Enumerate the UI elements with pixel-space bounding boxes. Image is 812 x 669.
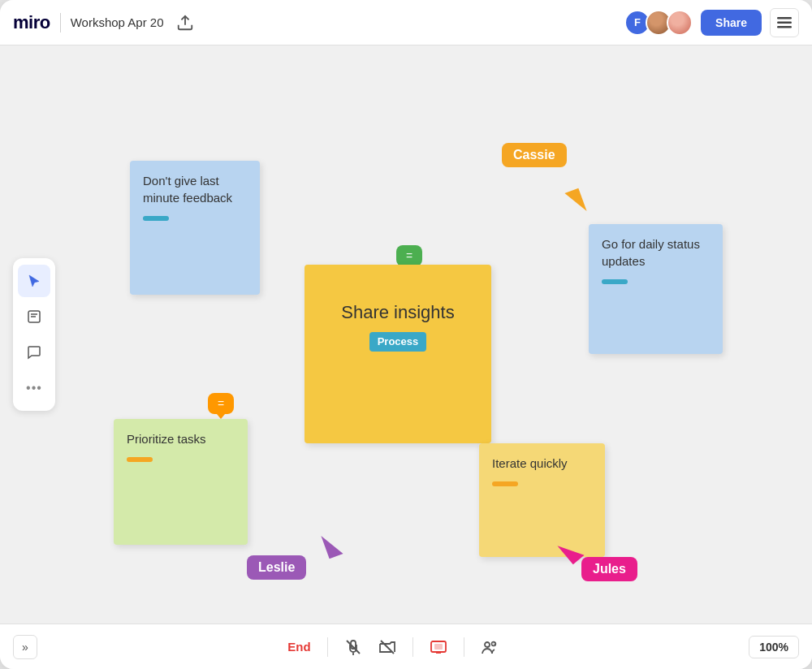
- bottom-toolbar: » End: [0, 624, 812, 669]
- bottom-left: »: [13, 635, 37, 659]
- camera-off-button[interactable]: [378, 638, 396, 656]
- cassie-cursor: [564, 188, 586, 216]
- comment-icon-2: =: [218, 397, 224, 410]
- upload-button[interactable]: [173, 11, 197, 35]
- sticky-color-bar-4: [492, 481, 518, 486]
- divider-2: [412, 637, 413, 657]
- cursor-tool-button[interactable]: [18, 265, 50, 297]
- svg-rect-14: [434, 644, 443, 650]
- logo: miro: [13, 12, 50, 33]
- comment-bubble-2[interactable]: =: [208, 393, 234, 414]
- header-divider: [60, 13, 61, 32]
- comment-icon-1: =: [406, 249, 412, 262]
- leslie-cursor: [321, 531, 343, 559]
- sticky-note-3[interactable]: Prioritize tasks: [114, 419, 248, 545]
- svg-text:3: 3: [493, 641, 496, 647]
- jules-label: Jules: [581, 557, 637, 581]
- sticky-note-2[interactable]: Go for daily status updates: [589, 224, 723, 354]
- sticky-color-bar-3: [127, 457, 153, 462]
- sticky-note-1-text: Don't give last minute feedback: [143, 174, 232, 205]
- sticky-note-large[interactable]: Share insights Process: [304, 265, 491, 443]
- left-toolbar: •••: [13, 258, 55, 411]
- sticky-color-bar-1: [143, 216, 169, 221]
- avatar-stack: F: [624, 10, 693, 36]
- svg-rect-2: [777, 21, 792, 24]
- cassie-label: Cassie: [502, 143, 567, 167]
- svg-point-15: [485, 642, 490, 647]
- mute-button[interactable]: [344, 638, 362, 656]
- sticky-color-bar-2: [602, 279, 628, 284]
- header-right: F Share: [624, 8, 799, 37]
- header: miro Workshop Apr 20 F Share: [0, 0, 812, 45]
- more-tools-button[interactable]: •••: [18, 372, 50, 404]
- canvas-area: ••• Don't give last minute feedback = Sh…: [0, 45, 812, 624]
- board-title[interactable]: Workshop Apr 20: [71, 15, 164, 29]
- share-button[interactable]: Share: [701, 10, 762, 36]
- end-button[interactable]: End: [287, 640, 310, 654]
- divider-3: [464, 637, 464, 657]
- participants-button[interactable]: 3: [481, 638, 499, 656]
- sticky-note-large-text: Share insights: [341, 300, 454, 326]
- zoom-level[interactable]: 100%: [749, 636, 799, 658]
- svg-rect-1: [777, 17, 792, 19]
- app-container: miro Workshop Apr 20 F Share: [0, 0, 812, 669]
- bottom-center: End: [287, 637, 498, 657]
- collapse-button[interactable]: »: [13, 635, 37, 659]
- sticky-note-3-text: Prioritize tasks: [127, 432, 206, 446]
- sticky-process-tag[interactable]: Process: [369, 332, 427, 352]
- divider-1: [327, 637, 328, 657]
- svg-rect-3: [777, 26, 792, 28]
- sticky-note-1[interactable]: Don't give last minute feedback: [130, 161, 260, 295]
- sticky-note-4-text: Iterate quickly: [492, 456, 568, 470]
- comment-bubble-1[interactable]: =: [396, 245, 422, 266]
- menu-button[interactable]: [770, 8, 799, 37]
- leslie-label: Leslie: [247, 555, 306, 580]
- avatar-2: [667, 10, 693, 36]
- screen-button[interactable]: [430, 638, 447, 656]
- sticky-note-2-text: Go for daily status updates: [602, 237, 700, 268]
- sticky-tool-button[interactable]: [18, 300, 50, 333]
- sticky-note-4[interactable]: Iterate quickly: [479, 443, 605, 557]
- comment-tool-button[interactable]: [18, 336, 50, 369]
